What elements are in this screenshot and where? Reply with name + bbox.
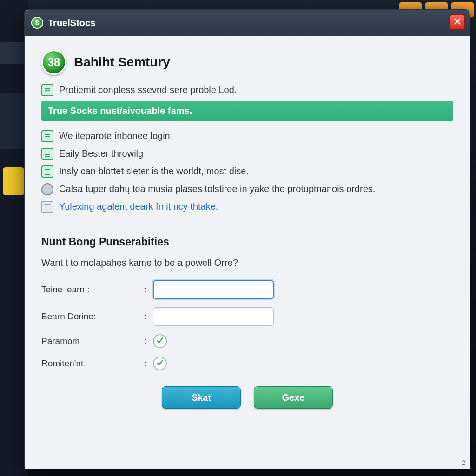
list-item: Calsa tuper dahų tea musia plases tolsti… bbox=[41, 182, 453, 195]
bullet-text: Calsa tuper dahų tea musia plases tolsti… bbox=[59, 182, 375, 195]
subsection-heading: Nunt Bong Punserabities bbox=[41, 236, 453, 248]
bullet-text: Eaily Bester throwilg bbox=[59, 147, 143, 160]
status-banner: True Socks nust/aivouable fams. bbox=[41, 101, 453, 121]
check1[interactable] bbox=[153, 334, 167, 348]
colon: : bbox=[139, 311, 153, 322]
close-button[interactable] bbox=[450, 14, 465, 30]
field2-label: Bearn Dorine: bbox=[41, 311, 139, 322]
header-badge: 38 bbox=[41, 50, 66, 75]
bullet-text: Insly can blottet sleter is the worldt, … bbox=[59, 165, 249, 178]
mail-icon bbox=[41, 201, 53, 213]
page-number: 2 bbox=[462, 459, 465, 466]
list-item: We iteparote ínbonee login bbox=[41, 129, 453, 142]
colon: : bbox=[139, 284, 153, 295]
titlebar-badge: 8 bbox=[31, 17, 43, 29]
shield-icon bbox=[41, 183, 53, 195]
titlebar: 8 TruelStocs bbox=[25, 10, 470, 36]
section-header: 38 Bahiht Semtury bbox=[41, 50, 453, 75]
check1-label: Paramom bbox=[41, 336, 139, 346]
doc-icon bbox=[41, 130, 53, 142]
field1-label: Teine learn : bbox=[41, 284, 139, 295]
divider bbox=[41, 225, 453, 225]
window-title: TruelStocs bbox=[48, 18, 95, 28]
doc-icon bbox=[41, 148, 53, 160]
check2-label: Romiten'nt bbox=[41, 358, 139, 369]
check-icon bbox=[156, 358, 164, 369]
colon: : bbox=[139, 336, 153, 346]
check2[interactable] bbox=[153, 357, 167, 370]
field1-input[interactable] bbox=[153, 280, 274, 299]
close-icon bbox=[453, 17, 462, 28]
subsection-prompt: Want t to molapahes kame to be a powell … bbox=[41, 258, 453, 268]
field2-input[interactable] bbox=[153, 307, 274, 326]
primary-button[interactable]: Skat bbox=[162, 386, 241, 409]
intro-text: Protiemit conpless ssevnd sere proble Lo… bbox=[59, 83, 237, 96]
page-title: Bahiht Semtury bbox=[74, 55, 170, 70]
secondary-button[interactable]: Gexe bbox=[254, 386, 333, 409]
dialog-body: 38 Bahiht Semtury Protiemit conpless sse… bbox=[25, 36, 470, 469]
list-item: Insly can blottet sleter is the worldt, … bbox=[41, 165, 453, 178]
bullet-text: We iteparote ínbonee login bbox=[59, 129, 170, 142]
list-item: Eaily Bester throwilg bbox=[41, 147, 453, 160]
check-icon bbox=[156, 336, 164, 347]
colon: : bbox=[139, 358, 153, 369]
dialog: 8 TruelStocs 38 Bahiht Semtury Protiemit… bbox=[24, 9, 470, 469]
intro-row: Protiemit conpless ssevnd sere proble Lo… bbox=[41, 83, 453, 96]
dialog-footer: Skat Gexe bbox=[41, 386, 453, 409]
doc-icon bbox=[41, 165, 53, 178]
doc-icon bbox=[41, 84, 53, 96]
link-row: Yulexing agalent deark fmit ncy thtake. bbox=[41, 200, 453, 213]
info-link[interactable]: Yulexing agalent deark fmit ncy thtake. bbox=[59, 200, 218, 213]
form: Teine learn : : Bearn Dorine: : Paramom … bbox=[41, 280, 453, 370]
